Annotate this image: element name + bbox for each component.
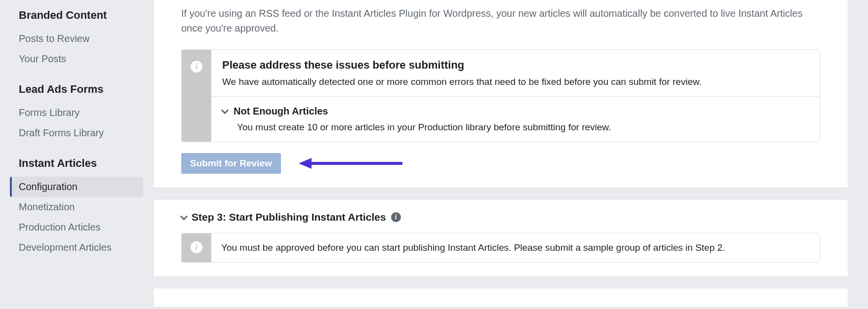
svg-marker-1 — [299, 158, 312, 169]
sidebar-item-posts-to-review[interactable]: Posts to Review — [10, 29, 143, 49]
sidebar-heading: Lead Ads Forms — [19, 83, 143, 96]
step3-header[interactable]: Step 3: Start Publishing Instant Article… — [181, 211, 820, 223]
notice-sub-title: Not Enough Articles — [234, 106, 328, 117]
sidebar-item-your-posts[interactable]: Your Posts — [10, 49, 143, 69]
step3-title: Step 3: Start Publishing Instant Article… — [192, 211, 386, 223]
next-card — [153, 288, 848, 308]
notice-icon-column: i — [182, 50, 211, 142]
step3-notice-text: You must be approved before you can star… — [211, 233, 735, 262]
issues-notice: i Please address these issues before sub… — [181, 49, 820, 142]
chevron-down-icon — [180, 212, 188, 220]
submit-for-review-button[interactable]: Submit for Review — [181, 153, 281, 174]
notice-body: Please address these issues before submi… — [211, 50, 820, 142]
main-content: If you're using an RSS feed or the Insta… — [153, 0, 868, 309]
sidebar-item-draft-forms-library[interactable]: Draft Forms Library — [10, 123, 143, 143]
sidebar-item-monetization[interactable]: Monetization — [10, 197, 143, 217]
step-card: If you're using an RSS feed or the Insta… — [153, 0, 848, 188]
notice-icon-column: i — [182, 233, 211, 262]
intro-text: If you're using an RSS feed or the Insta… — [181, 6, 820, 36]
sidebar-item-development-articles[interactable]: Development Articles — [10, 237, 143, 258]
notice-top: Please address these issues before submi… — [211, 50, 820, 96]
info-icon[interactable]: i — [391, 212, 401, 222]
sidebar-group-instant-articles: Instant Articles Configuration Monetizat… — [10, 157, 143, 258]
chevron-down-icon — [221, 107, 229, 115]
arrow-annotation-icon — [299, 156, 402, 171]
sidebar-heading: Branded Content — [19, 9, 143, 22]
submit-row: Submit for Review — [181, 153, 820, 174]
notice-title: Please address these issues before submi… — [222, 59, 809, 72]
notice-sub-text: You must create 10 or more articles in y… — [222, 122, 809, 133]
sidebar-heading: Instant Articles — [19, 157, 143, 170]
sidebar-group-lead-ads-forms: Lead Ads Forms Forms Library Draft Forms… — [10, 83, 143, 143]
notice-text: We have automatically detected one or mo… — [222, 77, 809, 87]
info-icon: i — [191, 61, 202, 73]
sidebar-item-production-articles[interactable]: Production Articles — [10, 217, 143, 237]
notice-sub-head: Not Enough Articles — [222, 106, 809, 117]
info-icon: i — [191, 241, 202, 253]
step3-card: Step 3: Start Publishing Instant Article… — [153, 199, 848, 277]
sidebar-item-forms-library[interactable]: Forms Library — [10, 103, 143, 123]
notice-sub[interactable]: Not Enough Articles You must create 10 o… — [211, 96, 820, 142]
step3-notice: i You must be approved before you can st… — [181, 233, 820, 263]
sidebar: Branded Content Posts to Review Your Pos… — [0, 0, 153, 309]
sidebar-group-branded-content: Branded Content Posts to Review Your Pos… — [10, 9, 143, 69]
sidebar-item-configuration[interactable]: Configuration — [10, 177, 143, 197]
